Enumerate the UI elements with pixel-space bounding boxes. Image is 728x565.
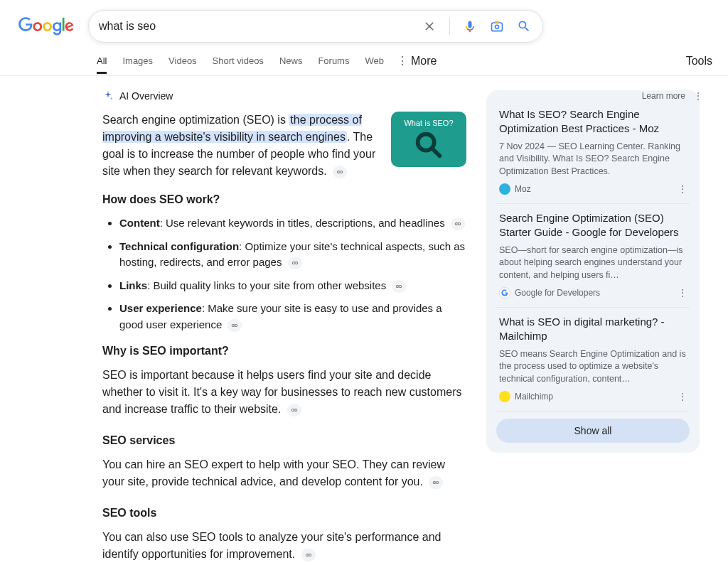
learn-more-link[interactable]: Learn more bbox=[642, 91, 685, 101]
overflow-icon[interactable]: ⋮ bbox=[694, 91, 702, 101]
ai-paragraph: You can hire an SEO expert to help with … bbox=[102, 456, 466, 490]
clear-icon[interactable] bbox=[421, 18, 438, 35]
card-title: What is SEO in digital marketing? - Mail… bbox=[499, 315, 687, 344]
card-overflow-icon[interactable]: ⋮ bbox=[678, 288, 687, 298]
tab-forums[interactable]: Forums bbox=[318, 48, 349, 74]
ai-list-item: Technical configuration: Optimize your s… bbox=[119, 239, 466, 271]
ai-intro-text: Search engine optimization (SEO) is the … bbox=[102, 112, 381, 180]
card-source: Mailchimp bbox=[515, 392, 553, 402]
citation-link-icon[interactable] bbox=[301, 549, 316, 561]
citation-link-icon[interactable] bbox=[333, 166, 347, 178]
svg-rect-0 bbox=[492, 23, 503, 31]
section-title: SEO tools bbox=[102, 505, 466, 522]
svg-line-4 bbox=[433, 149, 440, 156]
source-card[interactable]: Search Engine Optimization (SEO) Starter… bbox=[496, 204, 690, 308]
tab-images[interactable]: Images bbox=[122, 48, 153, 74]
image-search-icon[interactable] bbox=[488, 18, 505, 35]
section-title: Why is SEO important? bbox=[102, 343, 466, 360]
citation-link-icon[interactable] bbox=[451, 217, 465, 230]
sparkle-icon bbox=[102, 90, 114, 102]
ai-overview-label: AI Overview bbox=[119, 90, 173, 102]
card-snippet: 7 Nov 2024 — SEO Learning Center. Rankin… bbox=[499, 141, 687, 178]
ai-list-item: User experience: Make sure your site is … bbox=[119, 301, 466, 333]
ai-list-item: Links: Build quality links to your site … bbox=[119, 278, 466, 294]
tab-short-videos[interactable]: Short videos bbox=[213, 48, 264, 74]
card-overflow-icon[interactable]: ⋮ bbox=[678, 392, 687, 402]
tools-button[interactable]: Tools bbox=[686, 48, 712, 75]
card-title: Search Engine Optimization (SEO) Starter… bbox=[499, 211, 687, 240]
search-input[interactable] bbox=[99, 20, 421, 33]
citation-link-icon[interactable] bbox=[288, 257, 302, 269]
more-tab[interactable]: ⋮More bbox=[397, 47, 437, 75]
search-icon[interactable] bbox=[515, 18, 532, 35]
section-title: SEO services bbox=[102, 432, 466, 449]
tab-news[interactable]: News bbox=[279, 48, 303, 74]
card-source: Moz bbox=[515, 184, 531, 194]
citation-link-icon[interactable] bbox=[392, 280, 406, 293]
tab-web[interactable]: Web bbox=[365, 48, 384, 74]
ai-inline-image[interactable]: What is SEO? bbox=[391, 112, 466, 167]
citation-link-icon[interactable] bbox=[287, 404, 301, 416]
source-card[interactable]: What Is SEO? Search Engine Optimization … bbox=[496, 100, 690, 204]
search-tabs: AllImagesVideosShort videosNewsForumsWeb… bbox=[0, 47, 728, 76]
ai-list-item: Content: Use relevant keywords in titles… bbox=[119, 215, 466, 232]
card-snippet: SEO—short for search engine optimization… bbox=[499, 244, 687, 282]
tab-all[interactable]: All bbox=[97, 48, 107, 74]
ai-paragraph: SEO is important because it helps users … bbox=[102, 367, 466, 418]
card-snippet: SEO means Search Engine Optimization and… bbox=[499, 348, 687, 386]
voice-search-icon[interactable] bbox=[461, 18, 478, 35]
source-card[interactable]: What is SEO in digital marketing? - Mail… bbox=[496, 308, 690, 411]
search-box[interactable] bbox=[88, 10, 543, 43]
citation-link-icon[interactable] bbox=[228, 319, 242, 332]
card-title: What Is SEO? Search Engine Optimization … bbox=[499, 107, 687, 136]
card-overflow-icon[interactable]: ⋮ bbox=[678, 184, 687, 194]
tab-videos[interactable]: Videos bbox=[168, 48, 197, 74]
citation-link-icon[interactable] bbox=[429, 476, 443, 489]
card-source: Google for Developers bbox=[515, 288, 600, 298]
section-title: How does SEO work? bbox=[102, 191, 466, 208]
show-all-button[interactable]: Show all bbox=[496, 419, 690, 443]
google-logo[interactable] bbox=[18, 17, 74, 36]
svg-point-1 bbox=[496, 25, 499, 28]
ai-paragraph: You can also use SEO tools to analyze yo… bbox=[102, 529, 466, 563]
svg-rect-2 bbox=[496, 21, 499, 23]
